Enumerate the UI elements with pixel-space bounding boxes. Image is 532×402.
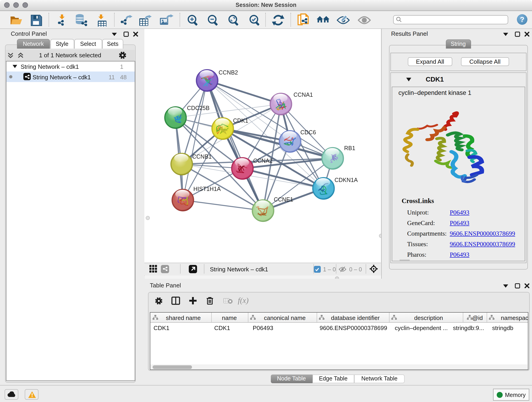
svg-text:CCNA1: CCNA1 <box>293 91 313 98</box>
svg-text:CDC6: CDC6 <box>300 129 316 135</box>
svg-text:CDC25B: CDC25B <box>187 105 209 111</box>
svg-text:CDKN1A: CDKN1A <box>334 177 358 183</box>
svg-text:CCNE1: CCNE1 <box>273 196 293 203</box>
svg-text:CDK1: CDK1 <box>233 117 248 124</box>
svg-text:HIST1H1A: HIST1H1A <box>193 186 221 192</box>
svg-text:CCNA2: CCNA2 <box>253 157 272 164</box>
svg-text:CCNB2: CCNB2 <box>218 69 238 76</box>
svg-text:CCNB1: CCNB1 <box>192 153 211 160</box>
svg-text:RB1: RB1 <box>344 145 355 151</box>
